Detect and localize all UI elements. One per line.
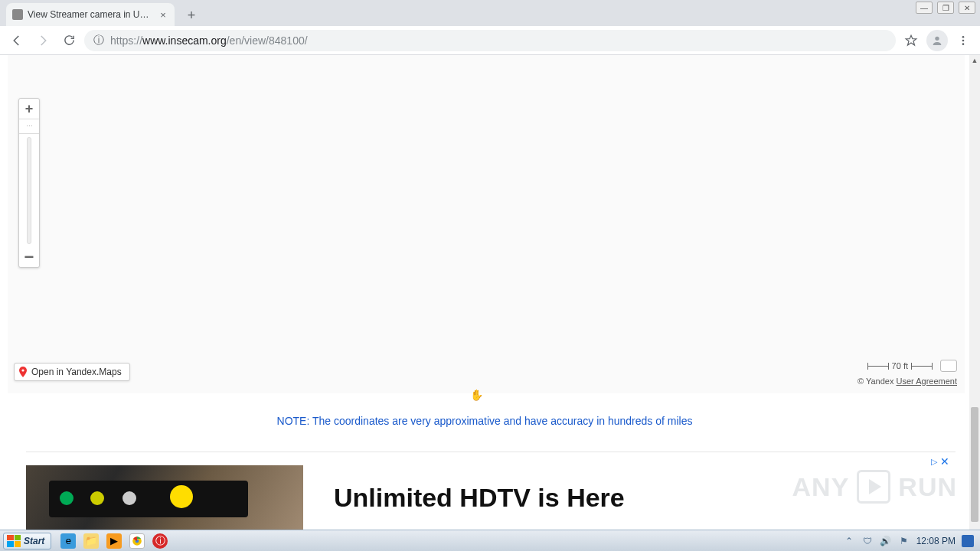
window-minimize-button[interactable]: —	[916, 2, 933, 14]
tray-expand-icon[interactable]: ⌃	[843, 535, 855, 547]
tray-monitor-icon[interactable]	[962, 535, 974, 547]
window-close-button[interactable]: ✕	[959, 2, 975, 14]
windows-taskbar: Start e 📁 ▶ ⓘ ⌃ 🛡 🔊 ⚑ 12:08 PM	[0, 530, 980, 551]
scrollbar-thumb[interactable]	[971, 407, 978, 522]
map-zoom-track[interactable]	[27, 137, 31, 244]
kebab-menu-icon	[957, 34, 969, 47]
address-bar[interactable]: ⓘ https://www.insecam.org/en/view/848100…	[84, 30, 896, 51]
map-zoom-out-button[interactable]: −	[19, 247, 39, 267]
map-scale-bar: 70 ft	[867, 361, 933, 370]
svg-point-2	[962, 39, 965, 41]
user-agreement-link[interactable]: User Agreement	[897, 377, 957, 386]
ad-banner[interactable]: ▷ ✕ Unlimited HDTV is Here	[26, 452, 956, 536]
system-tray: ⌃ 🛡 🔊 ⚑ 12:08 PM	[843, 535, 977, 547]
map-canvas[interactable]: + ⋯ − Open in Yandex.Maps 70 ft	[8, 55, 965, 393]
tray-volume-icon[interactable]: 🔊	[880, 535, 892, 547]
taskbar-explorer-icon[interactable]: 📁	[83, 533, 99, 549]
map-ruler-button[interactable]	[940, 360, 957, 372]
map-zoom-in-button[interactable]: +	[19, 99, 39, 119]
taskbar-app-icon[interactable]: ⓘ	[152, 533, 168, 549]
start-button[interactable]: Start	[3, 533, 51, 549]
star-icon	[904, 34, 918, 47]
bookmark-star-button[interactable]	[900, 30, 922, 51]
arrow-right-icon	[36, 34, 50, 47]
taskbar-chrome-icon[interactable]	[129, 533, 145, 549]
tab-favicon-icon	[12, 9, 23, 20]
taskbar-media-icon[interactable]: ▶	[106, 533, 122, 549]
map-scale-label: 70 ft	[892, 361, 908, 370]
map-attribution: 70 ft © Yandex User Agreement	[858, 360, 957, 386]
ad-headline: Unlimited HDTV is Here	[334, 483, 625, 513]
window-maximize-button[interactable]: ❐	[937, 2, 954, 14]
site-info-icon[interactable]: ⓘ	[93, 34, 104, 47]
svg-point-0	[935, 36, 939, 40]
person-icon	[931, 34, 943, 47]
tab-title: View Streamer camera in United Sta	[28, 9, 153, 20]
scroll-up-button[interactable]: ▲	[969, 55, 980, 66]
profile-avatar-button[interactable]	[926, 30, 948, 51]
reload-button[interactable]	[58, 30, 80, 51]
page-viewport: + ⋯ − Open in Yandex.Maps 70 ft	[0, 55, 980, 551]
ad-image[interactable]	[26, 465, 303, 531]
map-credit-prefix: © Yandex	[858, 377, 897, 386]
taskbar-ie-icon[interactable]: e	[60, 533, 76, 549]
map-zoom-control: + ⋯ −	[18, 98, 40, 268]
svg-point-3	[962, 43, 965, 45]
map-pin-icon	[19, 367, 27, 377]
url-text: https://www.insecam.org/en/view/848100/	[110, 34, 308, 47]
ad-close-button[interactable]: ✕	[940, 455, 949, 468]
coordinates-note: NOTE: The coordinates are very approxima…	[0, 415, 969, 427]
tray-security-icon[interactable]: 🛡	[861, 535, 874, 547]
svg-point-1	[962, 36, 965, 38]
open-in-yandex-label: Open in Yandex.Maps	[31, 367, 122, 377]
windows-logo-icon	[7, 535, 21, 547]
vertical-scrollbar[interactable]: ▲ ▼	[969, 55, 980, 551]
start-label: Start	[24, 536, 44, 546]
tab-close-button[interactable]: ×	[158, 9, 168, 20]
browser-tab[interactable]: View Streamer camera in United Sta ×	[6, 3, 175, 26]
taskbar-clock[interactable]: 12:08 PM	[916, 536, 956, 546]
grab-cursor-icon: ✋	[470, 389, 483, 401]
new-tab-button[interactable]: +	[181, 5, 202, 26]
tray-flag-icon[interactable]: ⚑	[898, 535, 910, 547]
adchoices-icon[interactable]: ▷	[931, 457, 937, 467]
forward-button[interactable]	[32, 30, 54, 51]
reload-icon	[63, 34, 76, 47]
chrome-menu-button[interactable]	[952, 30, 974, 51]
map-zoom-handle[interactable]: ⋯	[19, 119, 39, 134]
browser-toolbar: ⓘ https://www.insecam.org/en/view/848100…	[0, 26, 980, 55]
back-button[interactable]	[6, 30, 28, 51]
open-in-yandex-maps-link[interactable]: Open in Yandex.Maps	[14, 363, 130, 381]
tab-strip: View Streamer camera in United Sta × +	[0, 0, 980, 26]
svg-point-4	[21, 369, 24, 371]
arrow-left-icon	[10, 34, 24, 47]
